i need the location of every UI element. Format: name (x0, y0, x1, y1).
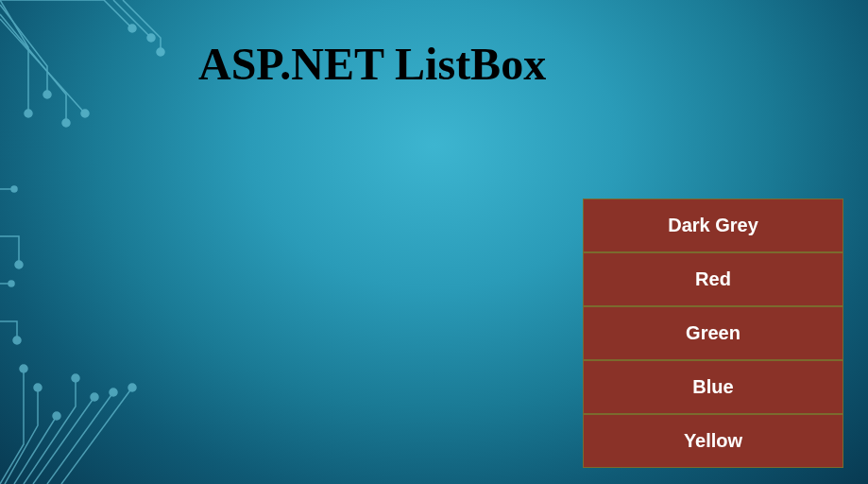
svg-point-17 (13, 337, 21, 344)
list-item[interactable]: Blue (584, 361, 842, 415)
page-title: ASP.NET ListBox (198, 38, 546, 90)
svg-point-12 (110, 389, 117, 396)
list-item[interactable]: Red (584, 253, 842, 307)
svg-point-2 (62, 119, 70, 127)
svg-point-11 (91, 393, 98, 401)
svg-point-3 (81, 110, 89, 117)
list-item[interactable]: Dark Grey (584, 199, 842, 253)
color-listbox[interactable]: Dark Grey Red Green Blue Yellow (583, 199, 843, 468)
svg-point-6 (157, 48, 164, 56)
list-item[interactable]: Yellow (584, 415, 842, 467)
svg-point-14 (11, 186, 17, 192)
svg-point-9 (53, 412, 60, 420)
svg-point-5 (147, 34, 155, 42)
svg-point-0 (25, 110, 32, 117)
svg-point-16 (9, 281, 14, 286)
svg-point-4 (128, 25, 136, 32)
svg-point-13 (128, 384, 136, 391)
svg-point-1 (43, 91, 51, 98)
list-item[interactable]: Green (584, 307, 842, 361)
svg-point-10 (72, 374, 79, 382)
svg-point-7 (20, 365, 27, 372)
svg-point-15 (15, 261, 23, 268)
circuit-decoration-icon (0, 0, 189, 484)
svg-point-8 (34, 384, 42, 391)
